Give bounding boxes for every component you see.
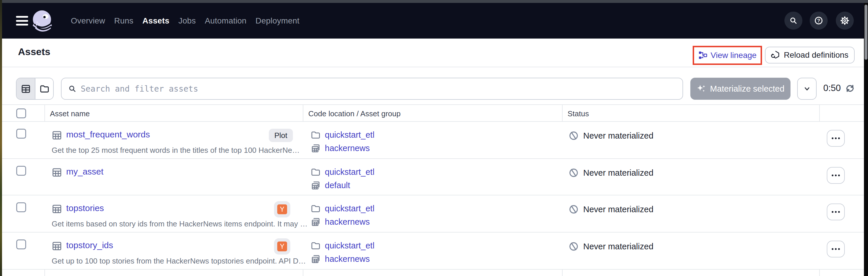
asset-table-icon (52, 130, 62, 140)
asset-group-link[interactable]: hackernews (325, 143, 370, 153)
hackernews-badge: Y (274, 201, 290, 217)
never-materialized-icon (568, 241, 579, 252)
row-actions-button[interactable] (827, 204, 845, 220)
nav-item-assets[interactable]: Assets (142, 16, 169, 26)
folder-icon (311, 241, 320, 250)
never-materialized-icon (568, 131, 579, 141)
search-icon (68, 84, 76, 93)
gear-icon (840, 16, 849, 25)
asset-description: Get the top 25 most frequent words in th… (52, 146, 300, 155)
asset-description: Get up to 100 top stories from the Hacke… (52, 256, 306, 266)
refresh-button[interactable] (844, 82, 857, 95)
code-location-link[interactable]: quickstart_etl (325, 204, 374, 213)
asset-group-link[interactable]: default (325, 181, 350, 190)
list-view-button[interactable] (17, 78, 35, 99)
status-text: Never materialized (583, 168, 653, 178)
asset-group-icon (311, 143, 320, 153)
asset-group-icon (311, 217, 320, 227)
scrollbar-thumb[interactable] (865, 5, 867, 60)
column-header-status: Status (567, 109, 589, 118)
never-materialized-icon (568, 168, 579, 178)
row-checkbox[interactable] (16, 239, 26, 249)
assets-page: Overview Runs Assets Jobs Automation Dep… (0, 0, 868, 276)
asset-name-link[interactable]: most_frequent_words (66, 130, 150, 139)
asset-group-link[interactable]: hackernews (325, 254, 370, 264)
asset-name-link[interactable]: my_asset (66, 167, 103, 177)
code-location-link[interactable]: quickstart_etl (325, 130, 374, 140)
reload-definitions-label: Reload definitions (784, 50, 848, 60)
dagster-logo-icon[interactable] (31, 9, 54, 32)
asset-name-link[interactable]: topstories (66, 203, 104, 213)
asset-group-link[interactable]: hackernews (325, 217, 370, 227)
search-input[interactable] (81, 84, 676, 94)
nav-item-automation[interactable]: Automation (205, 16, 246, 26)
folder-icon (311, 204, 320, 213)
lineage-graph-icon (698, 51, 708, 60)
code-location-link[interactable]: quickstart_etl (325, 167, 374, 177)
row-actions-button[interactable] (827, 167, 845, 184)
view-lineage-button[interactable]: View lineage (698, 51, 756, 60)
refresh-cycle-icon (844, 82, 856, 94)
view-mode-toggle (16, 78, 54, 100)
column-header-asset-name: Asset name (50, 109, 90, 118)
row-checkbox[interactable] (16, 166, 26, 176)
column-header-code-location: Code location / Asset group (308, 109, 401, 118)
svg-text:?: ? (817, 18, 820, 24)
help-button[interactable]: ? (810, 11, 828, 30)
asset-name-link[interactable]: topstory_ids (66, 240, 113, 250)
folder-view-button[interactable] (35, 78, 53, 99)
status-text: Never materialized (583, 205, 653, 214)
materialize-selected-label: Materialize selected (710, 84, 784, 94)
hackernews-y-icon: Y (277, 242, 287, 251)
search-icon (789, 16, 798, 25)
annotation-highlight-box: View lineage (693, 46, 762, 65)
nav-item-deployment[interactable]: Deployment (255, 16, 299, 26)
reload-definitions-button[interactable]: Reload definitions (765, 47, 855, 64)
sparkles-icon (696, 84, 706, 94)
table-header-row: Asset name Code location / Asset group S… (2, 105, 864, 122)
view-lineage-label: View lineage (711, 51, 756, 60)
asset-search-field (61, 78, 683, 100)
materialize-selected-button[interactable]: Materialize selected (690, 78, 790, 100)
folder-icon (311, 167, 320, 177)
select-all-checkbox[interactable] (16, 108, 26, 118)
folder-icon (311, 130, 320, 140)
table-row: my_asset quickstart_etl default Never ma… (2, 159, 864, 196)
hamburger-menu-icon[interactable] (16, 16, 29, 26)
main-navigation: Overview Runs Assets Jobs Automation Dep… (71, 3, 300, 39)
table-row: most_frequent_words Plot Get the top 25 … (2, 122, 864, 159)
refresh-countdown: 0:50 (823, 83, 841, 93)
status-text: Never materialized (583, 131, 653, 141)
table-view-icon (21, 84, 31, 94)
never-materialized-icon (568, 204, 579, 214)
asset-table-icon (52, 241, 62, 251)
row-checkbox[interactable] (16, 129, 26, 139)
row-checkbox[interactable] (16, 202, 26, 212)
help-icon: ? (814, 16, 824, 26)
window-left-edge (0, 0, 2, 276)
top-navbar: Overview Runs Assets Jobs Automation Dep… (2, 3, 864, 39)
reload-definitions-icon (771, 50, 780, 60)
asset-description: Get items based on story ids from the Ha… (52, 219, 307, 229)
hackernews-y-icon: Y (277, 204, 287, 214)
table-row: topstories Y Get items based on story id… (2, 196, 864, 233)
code-location-link[interactable]: quickstart_etl (325, 241, 374, 250)
nav-item-jobs[interactable]: Jobs (179, 16, 196, 26)
page-title: Assets (18, 46, 51, 58)
page-header: Assets View lineage Reload definitions (2, 39, 864, 67)
asset-group-icon (311, 254, 320, 264)
nav-item-overview[interactable]: Overview (71, 16, 105, 26)
assets-table: Asset name Code location / Asset group S… (2, 104, 864, 276)
row-actions-button[interactable] (827, 241, 845, 257)
global-search-button[interactable] (784, 11, 802, 30)
asset-table-icon (52, 204, 62, 214)
assets-toolbar: Materialize selected 0:50 (2, 67, 864, 104)
nav-item-runs[interactable]: Runs (114, 16, 133, 26)
row-actions-button[interactable] (827, 130, 845, 147)
window-top-strip (2, 0, 868, 3)
materialize-options-button[interactable] (797, 78, 817, 100)
folder-view-icon (39, 84, 49, 94)
hackernews-badge: Y (274, 238, 290, 254)
settings-button[interactable] (836, 11, 854, 30)
table-row: topstory_ids Y Get up to 100 top stories… (2, 233, 864, 270)
